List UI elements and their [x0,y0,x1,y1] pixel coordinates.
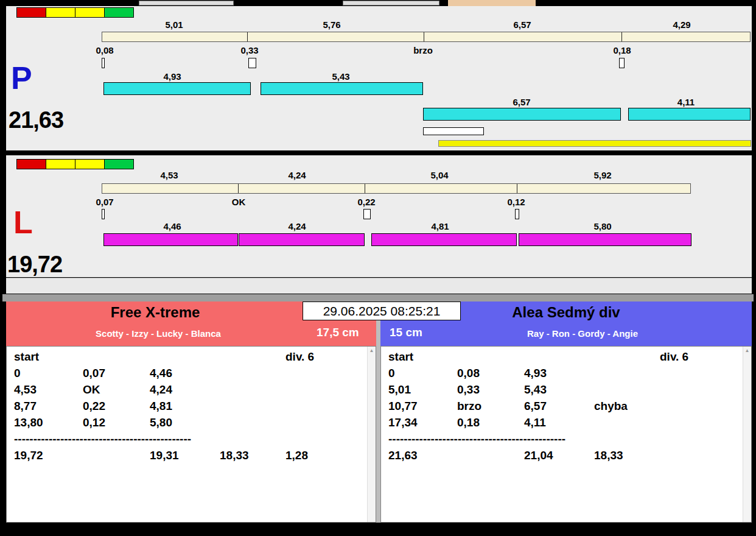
separator-row: ----------------------------------------… [7,432,376,449]
separator-row: ----------------------------------------… [381,432,751,449]
scroll-up-icon[interactable]: ▲ [743,347,751,355]
change-marker [363,209,371,219]
division-label: div. 6 [660,350,688,364]
segment-tick [517,184,517,193]
light-yellow-icon [46,159,75,169]
team-right-name: Alea Sedmý div [512,304,620,321]
split-start: 0 [14,367,21,380]
best-time: 18,33 [220,449,249,462]
change-marker [248,58,256,68]
section-separator [2,294,754,302]
lane-p-total-time: 21,63 [9,108,63,132]
light-red-icon [16,7,46,18]
segment-time: 5,01 [165,19,183,30]
run-value: 6,57 [524,400,547,413]
team-left-dogs: Scotty - Izzy - Lucky - Blanca [96,328,221,339]
run-bar [423,108,621,121]
panel-divider [376,302,380,523]
light-yellow-icon [46,7,75,18]
segment-tick [621,32,622,41]
start-label: start [388,350,413,364]
scrollbar[interactable]: ▲ [743,347,751,522]
result-row: 0 0,08 4,93 [381,367,751,383]
change-time: 0,22 [357,197,375,208]
segment-time: 4,29 [673,19,690,30]
run-time: 5,80 [593,221,611,232]
run-bar [261,82,423,95]
run-time: 6,57 [513,97,530,108]
result-row: 5,01 0,33 5,43 [381,383,751,400]
run-time: 4,93 [163,71,181,82]
change-value: 0,08 [457,367,480,380]
lane-p-status-lights [16,7,133,18]
toolbar-fragment[interactable] [139,1,234,5]
change-marker [619,58,625,68]
split-start: 5,01 [388,383,411,397]
segment-time: 4,53 [160,170,178,181]
split-start: 0 [388,367,395,380]
scrollbar[interactable]: ▲ [367,347,376,522]
empty-status-row [6,278,752,294]
top-toolbar-strip [0,0,756,6]
light-yellow2-icon [75,7,105,18]
result-row: 13,80 0,12 5,80 [7,416,376,432]
light-green-icon [104,7,134,18]
run-value: 5,80 [150,416,172,429]
result-row: 17,34 0,18 4,11 [381,416,751,432]
change-time: 0,07 [96,197,113,208]
toolbar-fragment[interactable] [343,1,439,5]
run-time: 4,24 [288,221,306,232]
change-value: 0,33 [457,383,480,397]
totals-row: 21,63 21,04 18,33 [381,449,751,465]
segment-tick [424,32,424,41]
sheet-header-row: start div. 6 [381,350,751,367]
split-start: 8,77 [14,400,37,413]
scroll-up-icon[interactable]: ▲ [368,347,376,355]
segment-tick [238,184,239,193]
change-value: 0,07 [83,367,105,380]
light-yellow2-icon [75,159,105,169]
run-time: 4,81 [431,221,449,232]
progress-outline-box [423,127,484,135]
run-value: 4,46 [150,367,172,380]
run-value: 4,11 [524,416,546,429]
run-time: 4,11 [677,97,695,108]
segment-time: 5,76 [323,19,340,30]
change-value: 0,18 [457,416,480,429]
best-time: 18,33 [594,449,623,462]
segment-time: 5,04 [430,170,448,181]
run-value: 5,43 [524,383,547,397]
change-time: OK [232,197,246,208]
split-start: 10,77 [388,400,418,413]
timestamp: 29.06.2025 08:25:21 [303,302,461,320]
segment-tick [247,32,248,41]
result-row: 10,77 brzo 6,57 chyba [381,400,751,416]
fault-value: chyba [594,400,628,413]
lane-l-total-time: 19,72 [7,253,62,276]
segment-bar [102,183,691,194]
team-left-name: Free X-treme [111,304,200,321]
net-time: 21,04 [524,449,553,462]
toolbar-panel-fragment [448,0,536,6]
diff-time: 1,28 [285,449,308,462]
result-row: 4,53 OK 4,24 [7,383,376,400]
segment-tick [365,184,365,193]
lane-l-letter: L [13,206,33,238]
segment-bar [102,32,751,42]
total-time: 21,63 [388,449,418,462]
change-marker [102,58,105,68]
start-label: start [14,350,39,364]
dashed-separator: ----------------------------------------… [388,432,565,446]
segment-time: 6,57 [513,19,531,30]
team-right-result-sheet: ▲ start div. 6 0 0,08 4,93 5,01 0,33 5,4… [380,346,752,523]
light-red-icon [16,159,46,169]
change-value: brzo [457,400,481,413]
change-value: 0,22 [83,400,105,413]
change-time: brzo [413,45,433,56]
run-bar [239,233,365,246]
run-bar [628,108,751,121]
segment-time: 4,24 [288,170,306,181]
light-green-icon [104,159,134,169]
division-label: div. 6 [285,350,314,364]
change-value: OK [83,383,100,397]
